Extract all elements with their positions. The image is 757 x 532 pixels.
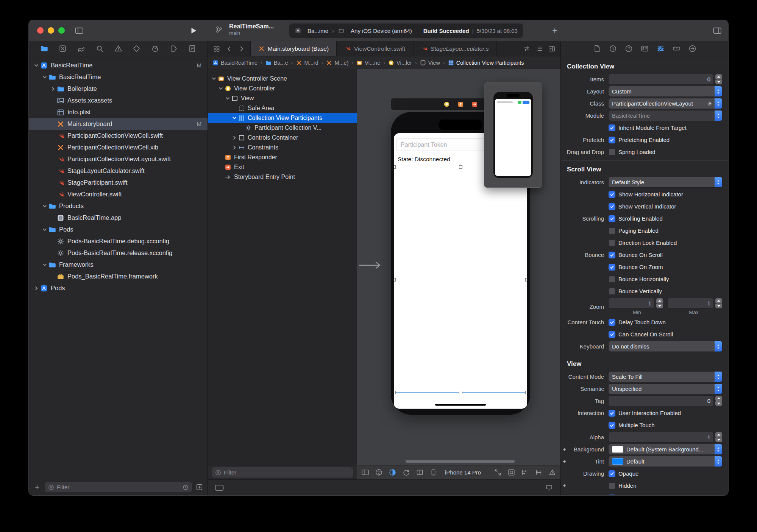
checkbox[interactable] [609, 124, 615, 131]
collection-view-selection[interactable] [394, 167, 527, 393]
popup-button[interactable]: Custom [609, 86, 722, 96]
minimize-window-button[interactable] [48, 27, 54, 34]
inspector-tab-file-icon[interactable] [593, 45, 601, 53]
file-row[interactable]: Pods-BasicRealTime.debug.xcconfig [29, 235, 208, 247]
navigator-tab-tests-icon[interactable] [133, 45, 140, 53]
checkbox[interactable] [609, 149, 615, 156]
outline-filter-field[interactable]: Filter [212, 467, 353, 478]
code-review-icon[interactable] [523, 45, 530, 52]
navigator-toggle-icon[interactable] [75, 26, 83, 35]
build-status[interactable]: Build Succeeded | 5/30/23 at 08:03 [423, 28, 518, 34]
checkbox[interactable] [609, 276, 615, 283]
file-row[interactable]: ParticipantCollectionViewCell.swift [29, 130, 208, 142]
navigator-tab-issues-icon[interactable] [114, 45, 122, 53]
resize-handle[interactable] [394, 165, 396, 169]
run-button[interactable] [189, 26, 198, 35]
file-row[interactable]: Boilerplate [29, 83, 208, 95]
editor-tab[interactable]: Main.storyboard (Base) [250, 41, 337, 56]
align-icon[interactable] [521, 469, 529, 476]
checkbox[interactable] [609, 319, 615, 326]
device-icon[interactable] [430, 469, 437, 476]
first-responder-icon[interactable] [457, 101, 464, 107]
checkbox[interactable] [609, 495, 615, 496]
breadcrumb-item[interactable]: M...rd [296, 60, 318, 66]
stepper-up[interactable] [715, 396, 722, 401]
add-attribute-button[interactable]: + [562, 446, 567, 453]
checkbox[interactable] [609, 252, 615, 258]
disclosure-triangle-icon[interactable] [231, 145, 238, 150]
inspector-tab-attributes-icon[interactable] [657, 45, 665, 53]
stepper-up[interactable] [656, 298, 663, 303]
disclosure-triangle-icon[interactable] [224, 96, 231, 101]
disclosure-triangle-icon[interactable] [217, 86, 225, 91]
disclosure-triangle-icon[interactable] [231, 116, 238, 120]
checkbox[interactable] [609, 137, 615, 143]
color-popup-button[interactable]: Default (System Background... [609, 444, 722, 454]
variants-icon[interactable] [416, 469, 423, 476]
run-destination[interactable]: Any iOS Device (arm64) [351, 28, 412, 34]
navigator-tab-debug-icon[interactable] [151, 45, 159, 53]
inspector-tab-quick-help-icon[interactable]: ? [625, 45, 633, 53]
file-row[interactable]: BasicRealTime [29, 71, 208, 83]
color-popup-button[interactable]: Default [609, 456, 722, 467]
navigator-tab-symbols-icon[interactable] [77, 45, 85, 53]
popup-button[interactable]: BasicRealTime [609, 110, 722, 121]
file-row[interactable]: Products [29, 200, 208, 212]
file-row[interactable]: Assets.xcassets [29, 95, 208, 106]
embed-icon[interactable] [508, 469, 515, 476]
file-row[interactable]: StageLayoutCalculator.swift [29, 165, 208, 177]
file-row[interactable]: Pods [29, 282, 208, 294]
breadcrumb-item[interactable]: BasicRealTime [212, 60, 258, 66]
breadcrumb-item[interactable]: View [420, 60, 440, 66]
storyboard-entry-arrow[interactable] [359, 260, 384, 270]
editor-panel-icon[interactable] [362, 469, 369, 476]
outline-row[interactable]: View Controller Scene [208, 74, 357, 84]
checkbox[interactable] [609, 227, 615, 234]
breadcrumb-item[interactable]: Collection View Participants [448, 60, 524, 66]
checkbox[interactable] [609, 203, 615, 210]
resize-handle[interactable] [459, 165, 462, 169]
stepper-down[interactable] [656, 303, 663, 308]
disclosure-triangle-icon[interactable] [41, 75, 48, 79]
checkbox[interactable] [609, 240, 615, 246]
exit-icon[interactable] [471, 101, 478, 107]
editor-tab[interactable]: StageLayou...culator.s [413, 41, 497, 56]
stepper[interactable] [715, 432, 722, 442]
inspector-tab-history-icon[interactable] [609, 45, 617, 53]
add-file-button[interactable]: + [33, 482, 41, 492]
device-name[interactable]: iPhone 14 Pro [445, 469, 481, 476]
navigator-tab-reports-icon[interactable] [188, 45, 196, 53]
resize-handle[interactable] [525, 391, 527, 394]
inspector-toggle-icon[interactable] [713, 26, 721, 35]
navigator-tab-project-icon[interactable] [40, 45, 48, 53]
checkbox[interactable] [609, 215, 615, 222]
breadcrumb-item[interactable]: Vi...ne [356, 60, 380, 66]
file-row[interactable]: Main.storyboardM [29, 118, 208, 130]
device-bezel-toggle-icon[interactable] [215, 484, 224, 491]
stepper[interactable] [715, 74, 722, 84]
checkbox[interactable] [609, 410, 615, 417]
resolve-icon[interactable] [549, 469, 556, 476]
scm-status-filter-icon[interactable] [196, 484, 203, 491]
disclosure-triangle-icon[interactable] [41, 227, 48, 232]
popup-button[interactable]: Scale To Fill [609, 372, 722, 382]
jump-to-class-icon[interactable] [707, 101, 713, 107]
stepper[interactable] [715, 298, 722, 308]
stepper-down[interactable] [715, 303, 722, 308]
outline-row[interactable]: Constraints [208, 143, 357, 152]
disclosure-triangle-icon[interactable] [33, 63, 40, 68]
resize-handle[interactable] [525, 278, 527, 282]
checkbox[interactable] [609, 191, 615, 198]
device-preview-panel[interactable] [484, 82, 542, 188]
popup-button[interactable]: Default Style [609, 177, 722, 187]
breadcrumb-item[interactable]: Ba...e [265, 60, 288, 66]
stepper-down[interactable] [715, 401, 722, 406]
fit-icon[interactable] [494, 469, 501, 476]
stepper-up[interactable] [715, 74, 722, 79]
go-back-icon[interactable] [226, 45, 233, 52]
navigator-tab-breakpoints-icon[interactable] [170, 45, 178, 53]
navigator-tab-source-control-icon[interactable] [59, 45, 67, 53]
outline-row[interactable]: Exit [208, 162, 357, 172]
file-row[interactable]: Pods [29, 224, 208, 235]
recent-files-icon[interactable] [183, 484, 189, 490]
